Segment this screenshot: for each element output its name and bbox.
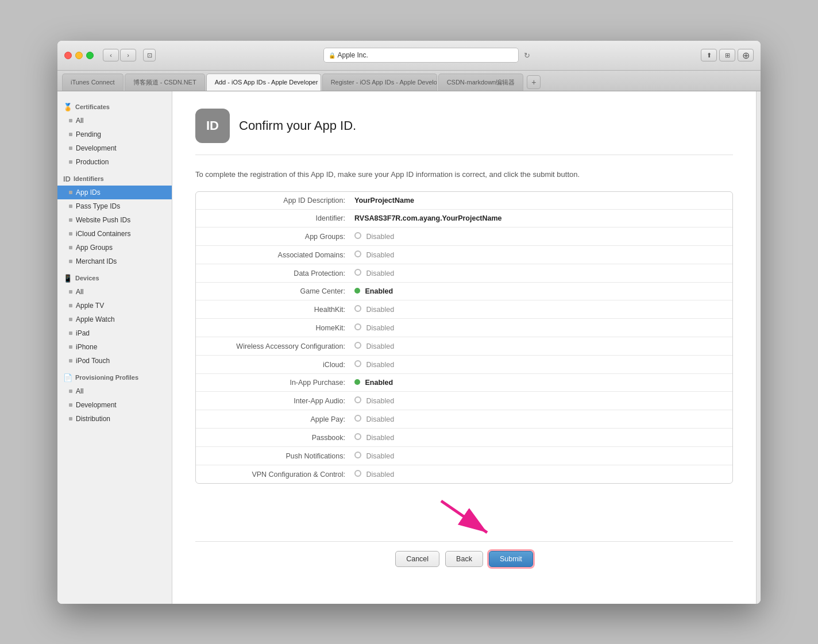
reload-button[interactable]: ↻	[521, 49, 534, 61]
disabled-dot	[354, 415, 361, 422]
arrow-svg	[407, 495, 522, 541]
label-homekit: HomeKit:	[205, 324, 354, 332]
value-in-app-purchase: Enabled	[354, 379, 393, 387]
value-app-groups: Disabled	[354, 232, 394, 241]
identifier-icon: ID	[63, 175, 71, 183]
submit-button[interactable]: Submit	[489, 551, 533, 567]
main-content: 🏅 Certificates All Pending Development P…	[57, 91, 761, 604]
tab-csdn-markdown[interactable]: CSDN-markdown编辑器	[438, 74, 524, 91]
label-apple-pay: Apple Pay:	[205, 415, 354, 423]
info-row-vpn: VPN Configuration & Control: Disabled	[196, 465, 732, 483]
sidebar-item-provisioning-distribution[interactable]: Distribution	[57, 412, 172, 426]
info-row-icloud: iCloud: Disabled	[196, 356, 732, 374]
content-pane: ID Confirm your App ID. To complete the …	[172, 91, 756, 604]
info-row-passbook: Passbook: Disabled	[196, 429, 732, 447]
enabled-dot	[354, 288, 360, 294]
scrollbar[interactable]	[756, 91, 761, 604]
value-icloud: Disabled	[354, 360, 394, 369]
add-tab-button[interactable]: ⊞	[719, 49, 735, 61]
certificate-icon: 🏅	[63, 103, 72, 111]
title-bar: ‹ › ⊡ 🔒 Apple Inc. ↻ ⬆ ⊞ ⊕	[57, 41, 761, 71]
value-identifier: RVSA8S3F7R.com.ayang.YourProjectName	[354, 214, 502, 222]
info-row-data-protection: Data Protection: Disabled	[196, 264, 732, 283]
close-button[interactable]	[64, 52, 72, 59]
label-icloud: iCloud:	[205, 361, 354, 369]
dot-icon	[69, 146, 72, 150]
sidebar-item-certs-all[interactable]: All	[57, 114, 172, 128]
value-apple-pay: Disabled	[354, 415, 394, 423]
address-bar[interactable]: 🔒 Apple Inc.	[323, 48, 519, 63]
dot-icon	[69, 359, 72, 363]
sidebar-item-website-push-ids[interactable]: Website Push IDs	[57, 213, 172, 227]
disabled-dot	[354, 305, 361, 312]
dot-icon	[69, 318, 72, 321]
tab-register-ios-app-ids[interactable]: Register - iOS App IDs - Apple Developer	[322, 74, 437, 91]
disabled-dot	[354, 269, 361, 276]
label-wireless: Wireless Accessory Configuration:	[205, 342, 354, 350]
value-vpn: Disabled	[354, 470, 394, 479]
forward-nav-button[interactable]: ›	[120, 49, 136, 61]
label-game-center: Game Center:	[205, 287, 354, 295]
value-game-center: Enabled	[354, 287, 393, 295]
share-button[interactable]: ⬆	[701, 49, 717, 61]
sidebar-item-certs-production[interactable]: Production	[57, 155, 172, 169]
label-app-id-desc: App ID Description:	[205, 196, 354, 205]
value-app-id-desc: YourProjectName	[354, 196, 414, 205]
sidebar-item-provisioning-all[interactable]: All	[57, 384, 172, 398]
more-button[interactable]: ⊕	[738, 49, 754, 61]
sidebar-item-icloud-containers[interactable]: iCloud Containers	[57, 227, 172, 241]
sidebar-item-merchant-ids[interactable]: Merchant IDs	[57, 254, 172, 268]
value-data-protection: Disabled	[354, 269, 394, 277]
lock-icon: 🔒	[329, 52, 335, 59]
minimize-button[interactable]	[75, 52, 83, 59]
sidebar-item-devices-all[interactable]: All	[57, 285, 172, 299]
dot-icon	[69, 403, 72, 407]
disabled-dot	[354, 452, 361, 458]
sidebar-item-app-ids[interactable]: App IDs	[57, 186, 172, 199]
toolbar-right: ⬆ ⊞ ⊕	[701, 49, 754, 61]
label-healthkit: HealthKit:	[205, 306, 354, 314]
sidebar-item-iphone[interactable]: iPhone	[57, 340, 172, 354]
tab-add-ios-app-ids[interactable]: Add - iOS App IDs - Apple Developer	[206, 74, 321, 91]
sidebar-item-apple-watch[interactable]: Apple Watch	[57, 313, 172, 326]
dot-icon	[69, 260, 72, 263]
tab-itunes-connect[interactable]: iTunes Connect	[62, 74, 124, 91]
maximize-button[interactable]	[86, 52, 94, 59]
provisioning-icon: 📄	[63, 373, 72, 382]
value-healthkit: Disabled	[354, 305, 394, 314]
app-id-icon: ID	[195, 109, 230, 143]
traffic-lights	[64, 52, 94, 59]
info-row-inter-app-audio: Inter-App Audio: Disabled	[196, 392, 732, 410]
back-nav-button[interactable]: ‹	[103, 49, 119, 61]
disabled-dot	[354, 433, 361, 440]
disabled-dot	[354, 396, 361, 403]
back-button[interactable]: Back	[445, 551, 483, 567]
sidebar-item-pass-type-ids[interactable]: Pass Type IDs	[57, 199, 172, 213]
disabled-dot	[354, 323, 361, 330]
sidebar: 🏅 Certificates All Pending Development P…	[57, 91, 172, 604]
label-vpn: VPN Configuration & Control:	[205, 471, 354, 479]
sidebar-item-certs-development[interactable]: Development	[57, 141, 172, 155]
info-row-apple-pay: Apple Pay: Disabled	[196, 410, 732, 429]
sidebar-item-ipod-touch[interactable]: iPod Touch	[57, 354, 172, 368]
label-associated-domains: Associated Domains:	[205, 251, 354, 259]
sidebar-item-apple-tv[interactable]: Apple TV	[57, 299, 172, 313]
reader-button[interactable]: ⊡	[143, 49, 156, 61]
disabled-dot	[354, 250, 361, 257]
value-inter-app-audio: Disabled	[354, 396, 394, 405]
sidebar-item-provisioning-development[interactable]: Development	[57, 398, 172, 412]
label-inter-app-audio: Inter-App Audio:	[205, 397, 354, 405]
tab-csdn-blog[interactable]: 博客频道 - CSDN.NET	[125, 74, 205, 91]
sidebar-item-app-groups[interactable]: App Groups	[57, 241, 172, 254]
cancel-button[interactable]: Cancel	[395, 551, 439, 567]
sidebar-item-certs-pending[interactable]: Pending	[57, 128, 172, 141]
dot-icon	[69, 345, 72, 349]
sidebar-item-ipad[interactable]: iPad	[57, 326, 172, 340]
dot-icon	[69, 133, 72, 136]
value-associated-domains: Disabled	[354, 250, 394, 259]
new-tab-button[interactable]: +	[527, 75, 541, 89]
value-push-notifications: Disabled	[354, 452, 394, 460]
dot-icon	[69, 331, 72, 335]
value-homekit: Disabled	[354, 323, 394, 332]
disabled-dot	[354, 232, 361, 239]
